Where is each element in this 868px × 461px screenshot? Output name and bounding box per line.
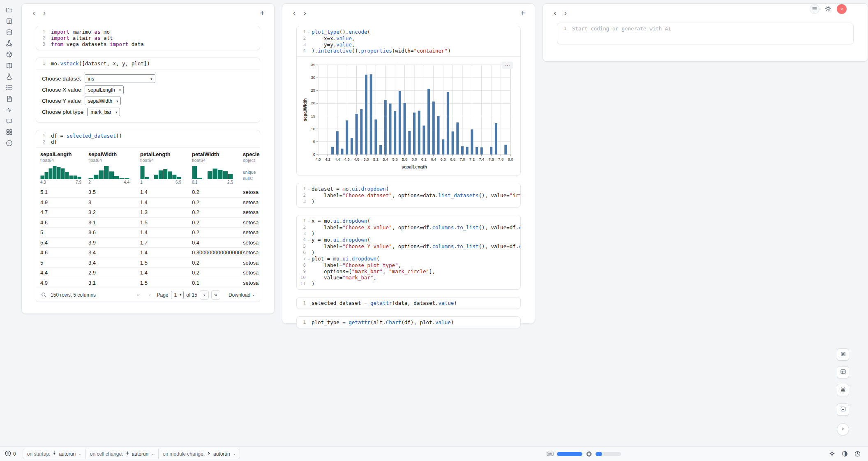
outline-icon[interactable]	[4, 84, 14, 91]
on-module-change-config[interactable]: on module change: autorun ⌄	[159, 449, 240, 459]
generate-with-ai-link[interactable]: generate	[621, 25, 646, 32]
column-header[interactable]: speciesobjectuniquenulls:	[243, 151, 260, 184]
packages-icon[interactable]	[4, 51, 14, 58]
run-all-button[interactable]	[837, 423, 849, 436]
table-row[interactable]: 4.63.41.40.30000000000000004setosa	[40, 247, 260, 258]
chat-icon[interactable]	[4, 118, 14, 124]
chevron-down-icon: ⌄	[252, 293, 255, 297]
tracing-icon[interactable]	[4, 106, 14, 113]
code-editor[interactable]: 1mo.vstack([dataset, x, y, plot])	[36, 58, 260, 69]
file-explorer-icon[interactable]	[4, 7, 14, 14]
on-startup-config[interactable]: on startup: autorun ⌄	[23, 449, 86, 459]
search-icon[interactable]	[41, 292, 47, 298]
code-line: 3)	[297, 230, 520, 237]
code-editor[interactable]: 1⌄x = mo.ui.dropdown(2 label="Choose X v…	[297, 215, 520, 289]
prev-page-button[interactable]: ‹	[145, 290, 154, 300]
chart-actions-button[interactable]: ⋯	[502, 62, 513, 69]
menu-button[interactable]	[810, 4, 820, 14]
svg-text:5.8: 5.8	[402, 157, 407, 161]
code-editor[interactable]: 1selected_dataset = getattr(data, datase…	[297, 297, 520, 309]
status-bar-right	[829, 451, 863, 457]
page-select[interactable]: 1▾	[171, 291, 184, 299]
scratchpad-icon[interactable]	[4, 73, 14, 80]
datasources-icon[interactable]	[4, 29, 14, 36]
svg-text:4.2: 4.2	[325, 157, 330, 161]
gear-icon	[825, 5, 831, 13]
code-editor[interactable]: 1⌄plot_type().encode(2 x=x.value,3 y=y.v…	[297, 26, 520, 56]
table-row[interactable]: 53.61.40.2setosa	[40, 227, 260, 237]
code-line: 1 Start coding or generate with AI	[557, 25, 853, 32]
extensions-icon[interactable]	[4, 129, 14, 136]
close-icon: ×	[840, 7, 843, 12]
layout-button[interactable]	[837, 366, 849, 378]
help-icon[interactable]: ?	[4, 140, 14, 147]
table-row[interactable]: 5.13.51.40.2setosa	[40, 187, 260, 197]
column-prev-button[interactable]: ‹	[289, 8, 300, 18]
table-row[interactable]: 53.41.50.2setosa	[40, 258, 260, 268]
table-row[interactable]: 5.43.91.70.4setosa	[40, 237, 260, 248]
code-line: 1plot_type = getattr(alt.Chart(df), plot…	[297, 319, 520, 325]
y-value-select[interactable]: sepalWidth▾	[85, 97, 121, 105]
code-editor[interactable]: 1import marimo as mo2import altair as al…	[36, 26, 260, 50]
code-editor[interactable]: 1df = selected_dataset()2df	[36, 130, 260, 148]
command-icon: ⌘	[840, 387, 846, 393]
table-row[interactable]: 4.93.11.50.1setosa	[40, 278, 260, 288]
functions-icon[interactable]: f	[4, 18, 14, 25]
errors-indicator[interactable]: 0	[5, 450, 16, 458]
selected-value: sepalLength	[88, 87, 115, 93]
column-prev-button[interactable]: ‹	[28, 8, 39, 18]
code-cell-dataset-dropdown: 1⌄dataset = mo.ui.dropdown(2 label="Choo…	[296, 183, 521, 207]
code-editor[interactable]: 1plot_type = getattr(alt.Chart(df), plot…	[297, 317, 520, 328]
save-button[interactable]	[837, 348, 849, 361]
svg-text:f: f	[8, 19, 11, 23]
dataset-select[interactable]: iris▾	[85, 74, 155, 83]
x-value-select[interactable]: sepalLength▾	[85, 85, 124, 94]
column-next-button[interactable]: ›	[300, 8, 310, 18]
sparkles-icon[interactable]	[829, 451, 835, 457]
page-total: of 15	[186, 292, 197, 298]
table-row[interactable]: 4.931.40.2setosa	[40, 197, 260, 207]
table-row[interactable]: 4.63.11.50.2setosa	[40, 217, 260, 228]
selected-value: sepalWidth	[88, 98, 112, 104]
chart-output: ⋯ 4.04.24.44.64.85.05.25.45.65.86.06.26.…	[297, 56, 520, 175]
on-cell-change-config[interactable]: on cell change: autorun ⌄	[86, 449, 159, 459]
column-header[interactable]: petalLengthfloat6416.9	[140, 151, 192, 184]
column-prev-button[interactable]: ‹	[549, 8, 560, 18]
code-editor[interactable]: 1⌄dataset = mo.ui.dropdown(2 label="Choo…	[297, 183, 520, 207]
column-next-button[interactable]: ›	[560, 8, 571, 18]
code-line: 1df = selected_dataset()	[36, 133, 260, 139]
first-page-button[interactable]: «	[134, 290, 143, 300]
clock-icon[interactable]	[854, 451, 861, 457]
column-next-button[interactable]: ›	[39, 8, 50, 18]
command-palette-button[interactable]: ⌘	[837, 384, 849, 396]
documentation-icon[interactable]	[4, 62, 14, 69]
dependencies-icon[interactable]	[4, 40, 14, 47]
column-header[interactable]: sepalLengthfloat644.37.9	[40, 151, 88, 184]
column-header[interactable]: petalWidthfloat640.12.5	[192, 151, 243, 184]
add-cell-button[interactable]: +	[517, 8, 528, 18]
plot-type-select[interactable]: mark_bar▾	[87, 108, 120, 116]
logs-icon[interactable]	[4, 95, 14, 102]
dropdown-label: Choose Y value	[42, 98, 81, 104]
code-line: 8 label="Choose plot type",	[297, 262, 520, 268]
altair-chart[interactable]: 4.04.24.44.64.85.05.25.45.65.86.06.26.46…	[302, 61, 517, 173]
settings-button[interactable]	[823, 4, 833, 14]
download-button[interactable]: Download⌄	[229, 292, 255, 298]
code-editor[interactable]: 1 Start coding or generate with AI	[557, 23, 853, 44]
helper-panel-button[interactable]	[837, 403, 849, 416]
last-page-button[interactable]: »	[211, 290, 220, 300]
chevron-right-circle-icon	[840, 426, 846, 433]
dataframe-table[interactable]: sepalLengthfloat644.37.9sepalWidthfloat6…	[36, 148, 260, 288]
next-page-button[interactable]: ›	[200, 290, 209, 300]
svg-text:5: 5	[313, 139, 315, 144]
code-cell-dataframe: 1df = selected_dataset()2df sepalLengthf…	[36, 130, 260, 302]
x-value-control-row: Choose X value sepalLength▾	[42, 85, 254, 94]
column-header[interactable]: sepalWidthfloat6424.4	[88, 151, 140, 184]
svg-text:7.4: 7.4	[479, 157, 484, 161]
table-row[interactable]: 4.42.91.40.2setosa	[40, 267, 260, 278]
add-cell-button[interactable]: +	[257, 8, 268, 18]
table-row[interactable]: 4.73.21.30.2setosa	[40, 207, 260, 217]
contrast-icon[interactable]	[842, 451, 848, 457]
chevron-down-icon: ⌄	[151, 452, 154, 456]
shutdown-button[interactable]: ×	[837, 4, 847, 14]
